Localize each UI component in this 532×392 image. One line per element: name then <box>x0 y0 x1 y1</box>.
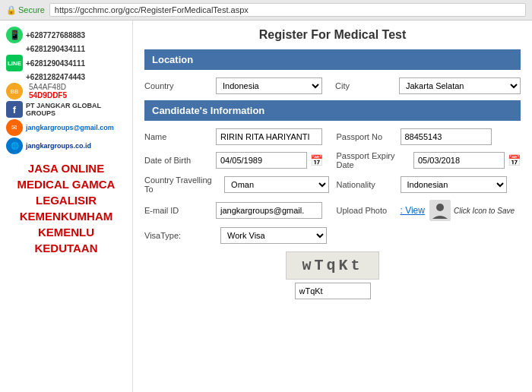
location-row: Country Indonesia Malaysia Singapore Cit… <box>144 77 521 94</box>
website-contact: 🌐 jangkargroups.co.id <box>6 138 126 154</box>
promo-text: JASA ONLINE MEDICAL GAMCA LEGALISIR KEME… <box>6 160 126 256</box>
dob-expiry-row: Date of Birth 📅 Passport Expiry Date 📅 <box>144 151 521 169</box>
line-contact-2: +6281282474443 <box>6 73 126 81</box>
nationality-select[interactable]: Indonesian Malaysian Filipino <box>401 176 507 193</box>
country-select[interactable]: Indonesia Malaysia Singapore <box>216 77 322 94</box>
line-contact-1: LINE +6281290434111 <box>6 55 126 71</box>
bbm-contact: BB 5A4AF48D 54D9DDF5 <box>6 83 126 100</box>
passport-expiry-label: Passport Expiry Date <box>337 151 411 169</box>
country-nationality-row: Country Travelling To Oman Saudi Arabia … <box>144 175 521 194</box>
bbm-icon: BB <box>6 83 23 100</box>
visa-type-label: VisaType: <box>144 231 213 240</box>
country-travelling-label: Country Travelling To <box>144 175 221 194</box>
passport-expiry-input[interactable] <box>413 152 505 169</box>
email-icon: ✉ <box>6 119 23 136</box>
browser-url-bar[interactable]: https://gcchmc.org/gcc/RegisterForMedica… <box>49 3 526 17</box>
email-upload-row: E-mail ID Upload Photo : View Click Icon… <box>144 200 521 221</box>
whatsapp-contact-1: 📱 +6287727688883 <box>6 27 126 43</box>
facebook-icon: f <box>6 101 23 118</box>
country-group: Country Indonesia Malaysia Singapore <box>144 77 328 94</box>
country-travelling-group: Country Travelling To Oman Saudi Arabia … <box>144 175 329 194</box>
visa-type-row: VisaType: Work Visa Visit Visa Student V… <box>144 227 521 244</box>
upload-group: Upload Photo : View Click Icon to Save <box>337 200 521 221</box>
name-input[interactable] <box>216 128 322 145</box>
line-icon: LINE <box>6 55 23 71</box>
name-passport-row: Name Passport No <box>144 128 521 145</box>
svg-point-0 <box>436 204 444 211</box>
email-contact: ✉ jangkargroups@gmail.com <box>6 119 126 136</box>
dob-calendar-icon[interactable]: 📅 <box>310 154 323 166</box>
dob-label: Date of Birth <box>144 156 213 165</box>
passport-input[interactable] <box>401 128 492 145</box>
email-group: E-mail ID <box>144 202 329 219</box>
upload-section: : View <box>401 200 451 221</box>
email-input[interactable] <box>216 202 322 219</box>
upload-person-icon[interactable] <box>429 200 451 221</box>
city-select[interactable]: Jakarta Selatan Jakarta Pusat <box>399 77 521 94</box>
web-icon: 🌐 <box>6 138 23 154</box>
name-group: Name <box>144 128 329 145</box>
view-link[interactable]: : View <box>401 205 425 216</box>
city-group: City Jakarta Selatan Jakarta Pusat <box>335 77 521 94</box>
click-save-text: Click Icon to Save <box>454 207 515 215</box>
whatsapp-icon: 📱 <box>6 27 23 43</box>
browser-lock: 🔒 Secure <box>6 5 45 15</box>
nationality-label: Nationality <box>337 180 397 189</box>
page-title: Register For Medical Test <box>144 28 521 42</box>
captcha-input[interactable] <box>295 283 371 299</box>
candidate-header: Candidate's Information <box>144 100 521 121</box>
passport-group: Passport No <box>337 128 521 145</box>
location-header: Location <box>144 49 521 70</box>
upload-photo-label: Upload Photo <box>337 206 397 215</box>
sidebar: 📱 +6287727688883 +6281290434111 LINE +62… <box>0 21 133 392</box>
country-travelling-select[interactable]: Oman Saudi Arabia UAE <box>224 176 328 193</box>
dob-input[interactable] <box>216 152 307 169</box>
captcha-section: wTqKt <box>144 251 521 299</box>
country-label: Country <box>144 81 213 90</box>
facebook-contact: f PT JANGKAR GLOBAL GROUPS <box>6 101 126 118</box>
dob-group: Date of Birth 📅 <box>144 152 329 169</box>
visa-type-select[interactable]: Work Visa Visit Visa Student Visa <box>220 227 327 244</box>
passport-expiry-group: Passport Expiry Date 📅 <box>337 151 521 169</box>
city-label: City <box>335 81 396 90</box>
nationality-group: Nationality Indonesian Malaysian Filipin… <box>337 176 521 193</box>
expiry-calendar-icon[interactable]: 📅 <box>508 154 521 166</box>
name-label: Name <box>144 132 213 141</box>
main-content: Register For Medical Test Location Count… <box>133 21 532 392</box>
email-label: E-mail ID <box>144 206 213 215</box>
browser-bar: 🔒 Secure https://gcchmc.org/gcc/Register… <box>0 0 532 21</box>
passport-label: Passport No <box>337 132 397 141</box>
whatsapp-contact-2: +6281290434111 <box>6 45 126 53</box>
captcha-image: wTqKt <box>286 251 378 280</box>
